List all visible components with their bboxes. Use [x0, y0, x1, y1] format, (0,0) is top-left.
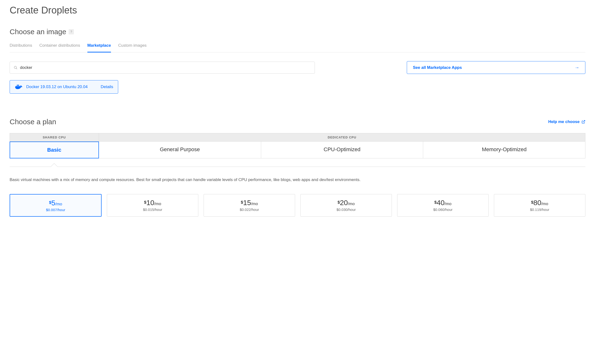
price-currency: $ [434, 200, 436, 205]
plan-tab-memory-optimized[interactable]: Memory-Optimized [423, 142, 585, 158]
price-card-80[interactable]: $80/mo$0.119/hour [494, 194, 585, 217]
price-hourly: $0.060/hour [397, 207, 488, 212]
image-tab-container-distributions[interactable]: Container distributions [39, 43, 80, 52]
plan-tab-basic[interactable]: Basic [10, 142, 99, 158]
dedicated-cpu-header: DEDICATED CPU [99, 133, 585, 142]
search-box[interactable] [10, 62, 315, 74]
help-me-choose-label: Help me choose [548, 119, 580, 124]
price-amount: 80 [533, 199, 541, 207]
image-tab-marketplace[interactable]: Marketplace [87, 43, 111, 52]
image-tab-distributions[interactable]: Distributions [10, 43, 32, 52]
svg-point-0 [14, 66, 16, 68]
price-amount: 10 [146, 199, 154, 207]
price-main: $80/mo [531, 199, 548, 207]
plan-header: Choose a plan Help me choose [10, 118, 585, 126]
price-card-10[interactable]: $10/mo$0.015/hour [107, 194, 198, 217]
choose-image-label: Choose an image [10, 28, 66, 36]
search-row: See all Marketplace Apps → [10, 61, 585, 74]
price-card-5[interactable]: $5/mo$0.007/hour [10, 194, 102, 217]
price-currency: $ [49, 200, 51, 205]
price-period: /mo [251, 201, 258, 206]
selected-image-card[interactable]: Docker 19.03.12 on Ubuntu 20.04 Details [10, 80, 118, 94]
price-period: /mo [154, 201, 161, 206]
choose-plan-label: Choose a plan [10, 118, 56, 126]
arrow-right-icon: → [574, 65, 579, 70]
price-amount: 5 [51, 199, 55, 207]
pricing-row: $5/mo$0.007/hour$10/mo$0.015/hour$15/mo$… [10, 194, 585, 217]
see-all-marketplace-label: See all Marketplace Apps [413, 65, 462, 70]
plan-section: Choose a plan Help me choose SHARED CPU … [10, 118, 585, 217]
price-currency: $ [337, 200, 340, 205]
price-card-15[interactable]: $15/mo$0.022/hour [204, 194, 295, 217]
price-hourly: $0.119/hour [494, 207, 585, 212]
plan-tab-cpu-optimized[interactable]: CPU-Optimized [261, 142, 423, 158]
help-icon[interactable]: ? [69, 29, 74, 35]
image-tabs: DistributionsContainer distributionsMark… [10, 43, 585, 52]
price-amount: 15 [243, 199, 251, 207]
price-period: /mo [348, 201, 354, 206]
plan-divider-caret-icon [51, 163, 57, 170]
price-card-20[interactable]: $20/mo$0.030/hour [300, 194, 392, 217]
price-currency: $ [144, 200, 146, 205]
external-link-icon [581, 120, 585, 124]
plan-description: Basic virtual machines with a mix of mem… [10, 177, 585, 183]
svg-rect-5 [17, 85, 18, 86]
price-amount: 40 [437, 199, 445, 207]
see-all-marketplace-button[interactable]: See all Marketplace Apps → [407, 61, 585, 74]
price-amount: 20 [340, 199, 348, 207]
price-currency: $ [531, 200, 533, 205]
price-main: $40/mo [434, 199, 451, 207]
plan-divider [10, 167, 585, 167]
shared-cpu-header: SHARED CPU [10, 133, 99, 142]
price-period: /mo [55, 202, 62, 207]
price-hourly: $0.007/hour [10, 208, 101, 212]
price-card-40[interactable]: $40/mo$0.060/hour [397, 194, 489, 217]
image-details-link[interactable]: Details [101, 85, 113, 89]
svg-rect-6 [18, 85, 19, 86]
page-title: Create Droplets [10, 5, 585, 16]
price-period: /mo [541, 201, 548, 206]
price-hourly: $0.030/hour [301, 207, 392, 212]
price-main: $10/mo [144, 199, 161, 207]
selected-image-label: Docker 19.03.12 on Ubuntu 20.04 [26, 85, 88, 89]
svg-line-1 [16, 68, 17, 69]
choose-plan-title: Choose a plan [10, 118, 56, 126]
search-input[interactable] [20, 65, 311, 70]
price-hourly: $0.022/hour [204, 207, 295, 212]
price-main: $20/mo [337, 199, 354, 207]
plan-tab-general-purpose[interactable]: General Purpose [99, 142, 261, 158]
image-tab-custom-images[interactable]: Custom images [118, 43, 147, 52]
docker-icon [15, 84, 23, 90]
price-currency: $ [241, 200, 243, 205]
choose-image-title: Choose an image ? [10, 28, 74, 36]
search-icon [14, 66, 18, 70]
price-hourly: $0.015/hour [107, 207, 198, 212]
svg-line-8 [583, 120, 585, 122]
price-main: $5/mo [49, 199, 62, 207]
price-main: $15/mo [241, 199, 258, 207]
price-period: /mo [445, 201, 451, 206]
help-me-choose-link[interactable]: Help me choose [548, 119, 585, 124]
plan-type-grid: SHARED CPU DEDICATED CPU BasicGeneral Pu… [10, 133, 585, 158]
